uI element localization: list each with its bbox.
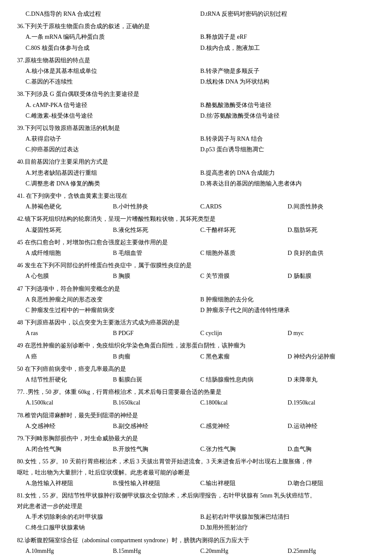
q46-b: B 胸膜 — [113, 271, 200, 281]
q82-a: A.10mmHg — [26, 546, 113, 555]
q40-b: B.提高患者的 DNA 合成能力 — [200, 168, 375, 178]
q37-b: B.转录产物是多顺反子 — [200, 66, 375, 76]
question-40: 40.目前基因治疗主要采用的方式是 A.对患者缺陷基因进行重组 B.提高患者的 … — [17, 156, 375, 189]
question-48-text: 48 下列原癌基因中，以点突变为主要激活方式成为癌基因的是 — [17, 317, 375, 328]
q77-b: B.1650kcal — [113, 397, 200, 408]
question-81-text1: 81.女性，55 岁。因结节性甲状腺肿行双侧甲状腺次全切除术，术后病理报告，右叶… — [17, 490, 375, 501]
q42-c: C.干酪样坏死 — [200, 225, 288, 235]
q48-b: B PDGF — [113, 328, 200, 338]
q50-a: A 结节性肝硬化 — [26, 374, 113, 385]
question-41: 41. 在下列病变中，含铁血黄素主要出现在 A.肺褐色硬化 B.小叶性肺炎 C.… — [17, 191, 375, 212]
question-40-text: 40.目前基因治疗主要采用的方式是 — [17, 156, 375, 167]
q41-a: A.肺褐色硬化 — [26, 201, 113, 212]
q48-a: A ras — [26, 328, 113, 338]
question-82: 82.诊断腹腔隔室综合征（abdominal compartment syndr… — [17, 535, 375, 555]
q78-a: A.交感神经 — [26, 421, 113, 431]
q42-b: B.液化性坏死 — [113, 225, 200, 235]
continuation-d: D.tRNA 反密码对密码的识别过程 — [200, 9, 375, 19]
q38-a: A. cAMP-PKA 信号途径 — [26, 100, 200, 110]
q81-d: D.加用外照射治疗 — [200, 522, 375, 533]
q40-d: D.将表达目的基因的细胞输入患者体内 — [200, 178, 375, 189]
q41-c: C.ARDS — [200, 201, 288, 212]
question-80: 80.女性，55 岁。10 天前行胃癌根治术，术后 3 天拔出胃管开始进流食。3… — [17, 456, 375, 489]
q78-b: B.副交感神经 — [113, 421, 200, 431]
question-38-text: 38.下列涉及 G 蛋白偶联受体信号的主要途径是 — [17, 89, 375, 99]
q80-b: B.慢性输入袢梗阻 — [113, 478, 200, 489]
q47-d: D 肿瘤亲子代之间的遗传特性继承 — [200, 305, 375, 315]
q49-a: A 癌 — [26, 351, 113, 362]
question-46-text: 46 发生在下列不同部位的纤维蛋白性炎症中，属于假膜性炎症的是 — [17, 260, 375, 271]
question-45: 45 在伤口愈合时，对增加伤口愈合强度起主要做作用的是 A 成纤维细胞 B 毛细… — [17, 237, 375, 258]
q77-c: C.1800kcal — [200, 397, 288, 408]
question-49-text: 49 在恶性肿瘤的鉴别诊断中，免疫组织化学染色角蛋白阳性，波形蛋白阴性，该肿瘤为 — [17, 340, 375, 351]
q37-a: A.核小体是其基本组成单位 — [26, 66, 200, 76]
q79-c: C.张力性气胸 — [200, 444, 288, 454]
q36-a: A.一条 mRNA 编码几种蛋白质 — [26, 32, 200, 42]
q38-d: D.丝/苏氨酸激酶受体信号途径 — [200, 110, 375, 121]
q39-d: D.p53 蛋白诱导细胞凋亡 — [200, 144, 375, 155]
q46-d: D 肠黏膜 — [288, 271, 375, 281]
question-39: 39.下列可以导致原癌基因激活的机制是 A.获得启动子 B.转录因子与 RNA … — [17, 123, 375, 155]
question-37-text: 37.原核生物基因组的特点是 — [17, 55, 375, 66]
question-77: 77. .男性，50 岁。体重 60kg，行胃癌根治术，其术后每日需要最合适的热… — [17, 387, 375, 408]
q82-d: D.25mmHg — [288, 546, 375, 555]
question-45-text: 45 在伤口愈合时，对增加伤口愈合强度起主要做作用的是 — [17, 237, 375, 248]
question-38: 38.下列涉及 G 蛋白偶联受体信号的主要途径是 A. cAMP-PKA 信号途… — [17, 89, 375, 121]
question-77-text: 77. .男性，50 岁。体重 60kg，行胃癌根治术，其术后每日需要最合适的热… — [17, 387, 375, 397]
q49-c: C 黑色素瘤 — [200, 351, 288, 362]
q39-a: A.获得启动子 — [26, 133, 200, 144]
q45-d: D 良好的血供 — [288, 248, 375, 258]
q39-b: B.转录因子与 RNA 结合 — [200, 133, 375, 144]
q77-a: A.1500kcal — [26, 397, 113, 408]
q80-a: A.急性输入袢梗阻 — [26, 478, 113, 489]
q48-c: C cyclijn — [200, 328, 288, 338]
question-78-text: 78.椎管内阻滞麻醉时，最先受到阻滞的神经是 — [17, 410, 375, 421]
q48-d: D myc — [288, 328, 375, 338]
q79-b: B.开放性气胸 — [113, 444, 200, 454]
q36-d: D.核内合成，胞液加工 — [200, 43, 375, 53]
question-50-text: 50 在下列癌前病变中，癌变几率最高的是 — [17, 364, 375, 374]
q38-c: C.雌激素-核受体信号途径 — [26, 110, 200, 121]
question-39-text: 39.下列可以导致原癌基因激活的机制是 — [17, 123, 375, 133]
question-78: 78.椎管内阻滞麻醉时，最先受到阻滞的神经是 A.交感神经 B.副交感神经 C.… — [17, 410, 375, 431]
q50-b: B 黏膜白斑 — [113, 374, 200, 385]
q49-b: B 肉瘤 — [113, 351, 200, 362]
q42-a: A.凝固性坏死 — [26, 225, 113, 235]
question-41-text: 41. 在下列病变中，含铁血黄素主要出现在 — [17, 191, 375, 201]
question-47: 47 下列选项中，符合肿瘤间变概念的是 A 良恶性肿瘤之间的形态改变 B 肿瘤细… — [17, 283, 375, 316]
q78-d: D.运动神经 — [288, 421, 375, 431]
question-50: 50 在下列癌前病变中，癌变几率最高的是 A 结节性肝硬化 B 黏膜白斑 C 结… — [17, 364, 375, 385]
question-37: 37.原核生物基因组的特点是 A.核小体是其基本组成单位 B.转录产物是多顺反子… — [17, 55, 375, 87]
q78-c: C.感觉神经 — [200, 421, 288, 431]
question-79-text: 79.下列畸形胸部损伤中，对生命威胁最大的是 — [17, 433, 375, 444]
q41-b: B.小叶性肺炎 — [113, 201, 200, 212]
q80-c: C.输出袢梗阻 — [200, 478, 288, 489]
continuation-c: C.DNA指导的 RNA 合成过程 — [26, 9, 200, 19]
q47-a: A 良恶性肿瘤之间的形态改变 — [26, 294, 200, 305]
q81-c: C.终生口服甲状腺素钠 — [26, 522, 200, 533]
q45-a: A 成纤维细胞 — [26, 248, 113, 258]
question-36: 36.下列关于原核生物蛋白质合成的叙述，正确的是 A.一条 mRNA 编码几种蛋… — [17, 21, 375, 53]
q46-c: C 关节滑膜 — [200, 271, 288, 281]
q47-b: B 肿瘤细胞的去分化 — [200, 294, 375, 305]
q77-d: D.1950kcal — [288, 397, 375, 408]
q82-b: B.15mmHg — [113, 546, 200, 555]
q39-c: C.抑癌基因的过表达 — [26, 144, 200, 155]
q40-a: A.对患者缺陷基因进行重组 — [26, 168, 200, 178]
q45-c: C 细胞外基质 — [200, 248, 288, 258]
question-81-text2: 对此患者进一步的处理是 — [17, 501, 375, 512]
q40-c: C.调整患者 DNA 修复的酶类 — [26, 178, 200, 189]
q45-b: B 毛细血管 — [113, 248, 200, 258]
q41-d: D.间质性肺炎 — [288, 201, 375, 212]
q36-b: B.释放因子是 eRF — [200, 32, 375, 42]
q50-d: D 未降睾丸 — [288, 374, 375, 385]
q50-c: C 结肠腺瘤性息肉病 — [200, 374, 288, 385]
question-36-text: 36.下列关于原核生物蛋白质合成的叙述，正确的是 — [17, 21, 375, 32]
q80-d: D.吻合口梗阻 — [288, 478, 375, 489]
q42-d: D.脂肪坏死 — [288, 225, 375, 235]
question-47-text: 47 下列选项中，符合肿瘤间变概念的是 — [17, 283, 375, 294]
q82-c: C.20mmHg — [200, 546, 288, 555]
main-content: C.DNA指导的 RNA 合成过程 D.tRNA 反密码对密码的识别过程 36.… — [17, 9, 375, 555]
question-79: 79.下列畸形胸部损伤中，对生命威胁最大的是 A.闭合性气胸 B.开放性气胸 C… — [17, 433, 375, 454]
question-42-text: 42.镜下坏死组织结构的轮廓消失，呈现一片嗜酸性颗粒状物，其坏死类型是 — [17, 214, 375, 224]
